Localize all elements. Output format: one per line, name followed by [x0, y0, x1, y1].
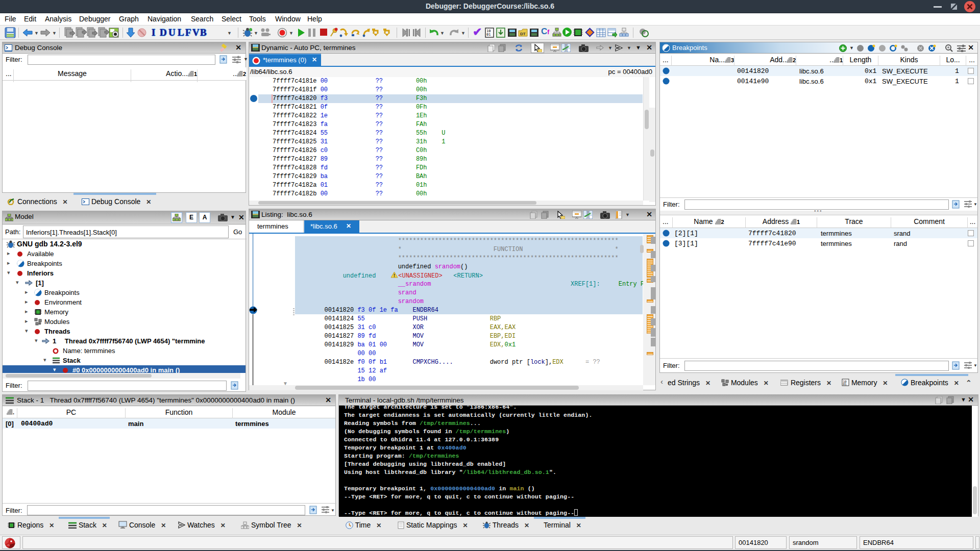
svg-text:01: 01 [486, 33, 491, 37]
svg-text:01: 01 [843, 382, 847, 386]
svg-text:DT: DT [520, 32, 526, 36]
